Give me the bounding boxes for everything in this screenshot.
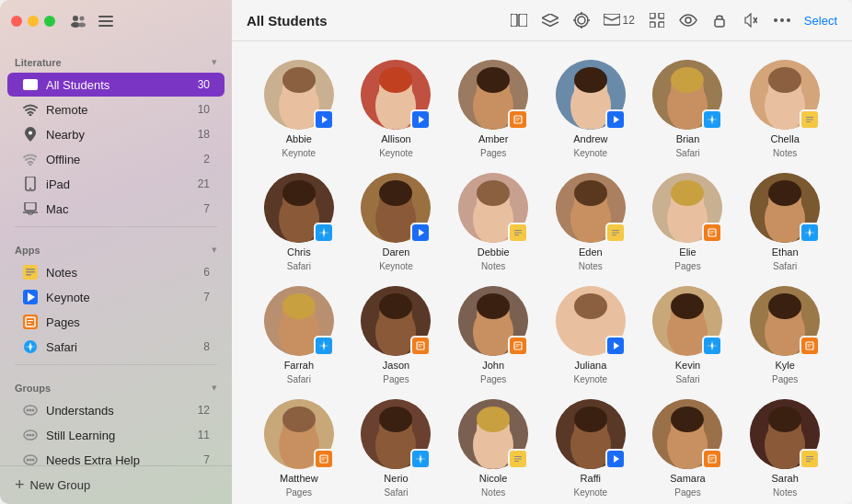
new-group-label: New Group	[30, 478, 91, 492]
people-icon[interactable]	[70, 13, 86, 29]
student-card-andrew[interactable]: AndrewKeynote	[546, 60, 636, 158]
groups-chevron-icon[interactable]: ▾	[212, 382, 217, 394]
student-name-matthew: Matthew	[280, 473, 318, 484]
svg-point-70	[379, 67, 412, 93]
student-app-debbie: Notes	[481, 261, 505, 271]
student-card-elie[interactable]: EliePages	[643, 173, 733, 271]
svg-point-58	[787, 18, 790, 22]
student-app-juliana: Keynote	[573, 374, 607, 384]
lock-icon[interactable]	[710, 11, 729, 29]
layers-icon[interactable]	[541, 11, 559, 29]
student-card-nerio[interactable]: NerioSafari	[351, 399, 442, 498]
svg-point-12	[29, 188, 31, 189]
student-card-chella[interactable]: ChellaNotes	[740, 60, 830, 158]
sidebar-item-offline[interactable]: Offline 2	[7, 147, 225, 171]
student-card-daren[interactable]: DarenKeynote	[351, 173, 442, 271]
student-card-sarah[interactable]: SarahNotes	[740, 399, 830, 498]
svg-rect-262	[806, 461, 811, 462]
eye-icon[interactable]	[679, 11, 697, 29]
sidebar-item-keynote[interactable]: Keynote 7	[7, 285, 225, 309]
student-card-debbie[interactable]: DebbieNotes	[448, 173, 538, 271]
svg-point-0	[73, 16, 78, 21]
student-card-jason[interactable]: JasonPages	[351, 286, 442, 384]
ipad-icon	[22, 176, 39, 192]
student-name-chris: Chris	[287, 246, 311, 258]
select-button[interactable]: Select	[804, 14, 837, 28]
svg-rect-104	[806, 117, 813, 118]
student-app-kyle: Pages	[772, 374, 798, 384]
close-button[interactable]	[11, 16, 22, 27]
svg-rect-5	[98, 20, 113, 22]
new-group-footer[interactable]: + New Group	[0, 465, 232, 504]
student-app-eden: Notes	[579, 261, 603, 271]
sidebar-item-pages[interactable]: Pages	[7, 310, 225, 334]
svg-rect-50	[650, 22, 655, 28]
student-card-farrah[interactable]: FarrahSafari	[254, 286, 344, 384]
student-card-john[interactable]: JohnPages	[448, 286, 538, 384]
student-card-kyle[interactable]: KylePages	[740, 286, 830, 384]
svg-rect-53	[715, 19, 724, 27]
avatar-wrapper-ethan	[750, 173, 820, 243]
app-badge-kevin	[702, 336, 722, 356]
svg-rect-13	[25, 202, 36, 211]
student-app-abbie: Keynote	[282, 148, 316, 158]
student-card-amber[interactable]: AmberPages	[448, 60, 538, 158]
svg-rect-51	[659, 22, 664, 28]
minimize-button[interactable]	[28, 16, 39, 27]
student-card-kevin[interactable]: KevinSafari	[643, 286, 733, 384]
svg-point-33	[29, 434, 32, 437]
student-card-eden[interactable]: EdenNotes	[546, 173, 636, 271]
literature-chevron-icon[interactable]: ▾	[212, 56, 217, 68]
sidebar-item-safari[interactable]: Safari 8	[7, 335, 225, 359]
svg-rect-260	[806, 456, 813, 457]
remote-label: Remote	[46, 103, 198, 117]
message-badge[interactable]: 12	[604, 14, 635, 27]
student-card-raffi[interactable]: RaffiKeynote	[546, 399, 636, 498]
student-app-brian: Safari	[675, 148, 699, 158]
grid-icon[interactable]	[648, 11, 666, 29]
student-card-chris[interactable]: ChrisSafari	[254, 173, 344, 271]
still-learning-label: Still Learning	[46, 429, 198, 442]
svg-point-28	[27, 409, 29, 412]
student-card-brian[interactable]: BrianSafari	[643, 60, 733, 158]
sidebar-toggle-icon[interactable]	[510, 11, 528, 29]
sidebar-item-all-students[interactable]: All Students 30	[7, 73, 225, 97]
maximize-button[interactable]	[44, 16, 55, 27]
student-card-ethan[interactable]: EthanSafari	[740, 173, 830, 271]
more-icon[interactable]	[773, 11, 791, 29]
sidebar-item-nearby[interactable]: Nearby 18	[7, 122, 225, 146]
mute-icon[interactable]	[742, 11, 760, 29]
avatar-wrapper-debbie	[458, 173, 528, 243]
sidebar-item-remote[interactable]: Remote 10	[7, 97, 225, 121]
svg-point-77	[477, 67, 510, 93]
student-card-matthew[interactable]: MatthewPages	[254, 399, 344, 498]
sidebar-item-mac[interactable]: Mac 7	[7, 197, 225, 221]
offline-icon	[22, 151, 39, 167]
student-card-allison[interactable]: AllisonKeynote	[351, 60, 442, 158]
sidebar-toolbar-icons	[70, 13, 114, 29]
target-icon[interactable]	[572, 11, 591, 29]
sidebar-item-ipad[interactable]: iPad 21	[7, 172, 225, 196]
sidebar-item-understands[interactable]: Understands 12	[7, 398, 225, 422]
svg-point-206	[768, 293, 801, 319]
student-card-juliana[interactable]: JulianaKeynote	[546, 286, 636, 384]
sidebar-item-notes[interactable]: Notes 6	[7, 260, 225, 284]
apps-chevron-icon[interactable]: ▾	[212, 244, 217, 256]
divider-2	[15, 364, 217, 365]
svg-point-30	[32, 409, 35, 412]
student-card-abbie[interactable]: AbbieKeynote	[254, 60, 344, 158]
student-name-elie: Elie	[679, 246, 696, 258]
avatar-wrapper-amber	[458, 60, 528, 130]
list-icon[interactable]	[98, 13, 114, 29]
svg-rect-22	[28, 320, 33, 321]
student-card-nicole[interactable]: NicoleNotes	[448, 399, 538, 498]
student-app-andrew: Keynote	[573, 148, 607, 158]
app-badge-brian	[702, 109, 722, 130]
svg-point-197	[671, 293, 704, 319]
student-card-samara[interactable]: SamaraPages	[643, 399, 733, 498]
sidebar-item-still-learning[interactable]: Still Learning 11	[7, 423, 225, 447]
svg-point-242	[574, 407, 607, 432]
page-title: All Students	[247, 13, 328, 29]
app-badge-raffi	[605, 449, 626, 469]
svg-point-29	[29, 409, 32, 412]
